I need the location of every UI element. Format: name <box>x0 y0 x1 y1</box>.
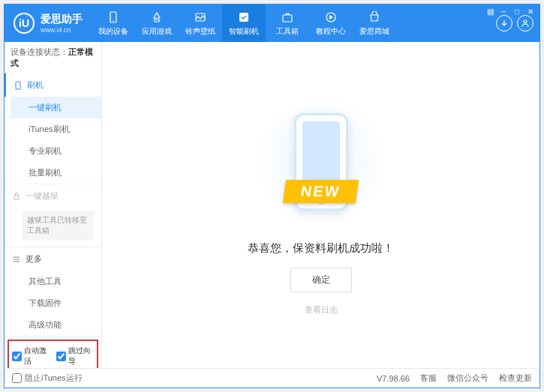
phone-icon <box>107 10 120 24</box>
sidebar-item-firmware[interactable]: 下载固件 <box>11 292 101 314</box>
close-icon[interactable]: ✕ <box>524 6 536 16</box>
body: 设备连接状态：正常模式 刷机 一键刷机 iTunes刷机 专业刷机 批量刷机 一… <box>5 42 539 368</box>
check-skip-guide[interactable]: 跳过向导 <box>56 346 95 367</box>
success-message: 恭喜您，保资料刷机成功啦！ <box>248 241 394 256</box>
block-itunes-check[interactable]: 阻止iTunes运行 <box>12 373 366 384</box>
section-jailbreak: 一键越狱 越狱工具已转移至工具箱 <box>5 184 101 247</box>
section-flash: 刷机 一键刷机 iTunes刷机 专业刷机 批量刷机 <box>5 73 101 184</box>
connection-status: 设备连接状态：正常模式 <box>5 42 101 73</box>
svg-rect-4 <box>283 15 292 22</box>
main-content: NEW 恭喜您，保资料刷机成功啦！ 确定 查看日志 <box>102 42 539 368</box>
minimize-icon[interactable]: ─ <box>497 6 509 16</box>
main-nav: 我的设备 应用游戏 铃声壁纸 智能刷机 工具箱 教程中心 爱思商城 <box>92 4 490 42</box>
nav-store[interactable]: 爱思商城 <box>353 4 396 42</box>
wechat-link[interactable]: 微信公众号 <box>447 373 488 384</box>
phone-icon <box>14 81 23 90</box>
nav-flash[interactable]: 智能刷机 <box>222 4 266 42</box>
menu-icon[interactable]: ▤ <box>484 6 496 16</box>
sidebar-item-batch[interactable]: 批量刷机 <box>11 162 101 184</box>
nav-tutorials[interactable]: 教程中心 <box>309 4 353 42</box>
app-window: ▤ ─ □ ✕ iU 爱思助手 www.i4.cn 我的设备 应用游戏 铃声壁纸… <box>4 4 540 388</box>
view-log-link[interactable]: 查看日志 <box>305 304 338 316</box>
svg-point-6 <box>524 20 527 23</box>
maximize-icon[interactable]: □ <box>511 6 523 16</box>
window-controls: ▤ ─ □ ✕ <box>484 6 536 16</box>
sidebar-item-other[interactable]: 其他工具 <box>11 271 101 292</box>
new-ribbon: NEW <box>283 180 359 203</box>
header: iU 爱思助手 www.i4.cn 我的设备 应用游戏 铃声壁纸 智能刷机 工具… <box>5 4 539 42</box>
check-auto-activate[interactable]: 自动激活 <box>12 346 50 367</box>
nav-toolbox[interactable]: 工具箱 <box>266 4 309 42</box>
svg-point-1 <box>113 20 114 22</box>
service-link[interactable]: 客服 <box>420 373 437 384</box>
logo-icon: iU <box>14 13 35 34</box>
section-flash-head[interactable]: 刷机 <box>5 73 101 97</box>
success-illustration: NEW <box>254 94 389 229</box>
sidebar-item-itunes[interactable]: iTunes刷机 <box>11 118 101 140</box>
sidebar-item-advanced[interactable]: 高级功能 <box>11 314 101 336</box>
options-highlighted: 自动激活 跳过向导 <box>8 340 98 368</box>
app-url: www.i4.cn <box>41 26 83 34</box>
section-jailbreak-head[interactable]: 一键越狱 <box>5 184 101 208</box>
header-actions <box>490 15 539 31</box>
version-label: V7.98.66 <box>377 374 410 383</box>
lock-icon <box>12 192 21 201</box>
ok-button[interactable]: 确定 <box>290 268 352 292</box>
nav-ringtones[interactable]: 铃声壁纸 <box>179 4 222 42</box>
list-icon <box>12 255 21 264</box>
wallpaper-icon <box>194 10 207 24</box>
logo: iU 爱思助手 www.i4.cn <box>5 13 92 34</box>
nav-apps[interactable]: 应用游戏 <box>135 4 179 42</box>
footer: 阻止iTunes运行 V7.98.66 客服 微信公众号 检查更新 <box>5 368 539 388</box>
svg-rect-8 <box>14 196 19 199</box>
nav-my-device[interactable]: 我的设备 <box>92 4 135 42</box>
jailbreak-note: 越狱工具已转移至工具箱 <box>23 211 94 241</box>
section-more-head[interactable]: 更多 <box>5 247 101 271</box>
flash-icon <box>237 10 251 24</box>
user-icon[interactable] <box>517 15 533 31</box>
sidebar: 设备连接状态：正常模式 刷机 一键刷机 iTunes刷机 专业刷机 批量刷机 一… <box>5 42 102 368</box>
tutorial-icon <box>324 10 338 24</box>
sidebar-item-oneclick[interactable]: 一键刷机 <box>11 97 101 118</box>
section-more: 更多 其他工具 下载固件 高级功能 <box>5 247 101 337</box>
sidebar-item-pro[interactable]: 专业刷机 <box>11 140 101 162</box>
app-title: 爱思助手 <box>41 13 83 26</box>
store-icon <box>368 10 381 24</box>
download-icon[interactable] <box>496 15 512 31</box>
apps-icon <box>150 10 164 24</box>
update-link[interactable]: 检查更新 <box>499 373 532 384</box>
svg-rect-7 <box>16 82 20 89</box>
toolbox-icon <box>281 10 294 24</box>
